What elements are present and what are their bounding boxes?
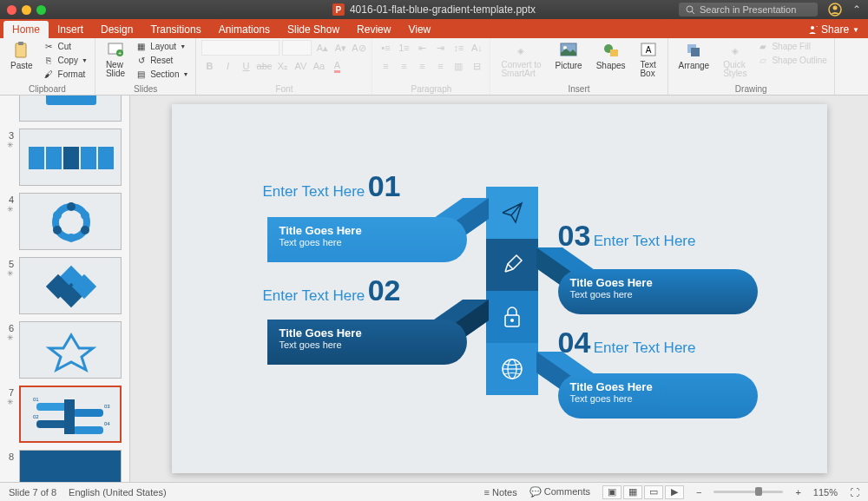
align-left-button[interactable]: ≡ — [378, 58, 393, 74]
smartart-button[interactable]: ◈Convert to SmartArt — [496, 40, 546, 80]
slide-thumb-5[interactable] — [19, 257, 122, 314]
svg-text:03: 03 — [104, 404, 110, 409]
line-spacing-button[interactable]: ↕≡ — [450, 40, 466, 56]
shape-fill-button[interactable]: ▰Shape Fill — [755, 40, 828, 53]
tab-slideshow[interactable]: Slide Show — [279, 21, 348, 38]
slide-counter: Slide 7 of 8 — [9, 487, 56, 498]
center-icon-2 — [486, 239, 538, 291]
svg-text:01: 01 — [33, 397, 39, 402]
slide-canvas[interactable]: Enter Text Here 01 Title Goes Here Text … — [130, 96, 868, 482]
shape-outline-button[interactable]: ▱Shape Outline — [755, 54, 828, 67]
columns-button[interactable]: ▥ — [450, 58, 466, 74]
zoom-level[interactable]: 115% — [813, 487, 838, 498]
ribbon: Paste ✂Cut ⎘Copy▼ 🖌Format Clipboard + Ne… — [0, 38, 868, 96]
font-size-select[interactable] — [282, 40, 312, 56]
slideshow-view-button[interactable]: ▶ — [665, 485, 684, 499]
copy-icon: ⎘ — [43, 55, 55, 66]
align-text-button[interactable]: ⊟ — [469, 58, 484, 74]
svg-text:A: A — [645, 45, 651, 55]
textbox-button[interactable]: AText Box — [635, 40, 662, 80]
slide-thumb-8[interactable] — [19, 450, 122, 482]
increase-indent-button[interactable]: ⇥ — [432, 40, 448, 56]
tab-review[interactable]: Review — [348, 21, 399, 38]
quick-styles-button[interactable]: ◈Quick Styles — [718, 40, 752, 80]
clear-format-button[interactable]: A⊘ — [351, 40, 366, 56]
new-slide-button[interactable]: + New Slide — [101, 40, 130, 80]
tab-view[interactable]: View — [399, 21, 439, 38]
tab-home[interactable]: Home — [3, 21, 49, 38]
section-button[interactable]: ▤Section▼ — [134, 68, 190, 81]
justify-button[interactable]: ≡ — [432, 58, 448, 74]
tab-design[interactable]: Design — [92, 21, 141, 38]
paste-button[interactable]: Paste — [5, 40, 38, 72]
numbering-button[interactable]: 1≡ — [396, 40, 411, 56]
underline-button[interactable]: U — [238, 58, 253, 74]
copy-button[interactable]: ⎘Copy▼ — [42, 54, 89, 67]
decrease-indent-button[interactable]: ⇤ — [414, 40, 430, 56]
share-button[interactable]: + Share ▼ — [799, 21, 868, 38]
svg-line-3 — [692, 11, 694, 14]
align-right-button[interactable]: ≡ — [414, 58, 430, 74]
slide-thumb-7[interactable]: 01020304 — [19, 386, 122, 443]
svg-text:02: 02 — [33, 414, 39, 419]
tab-transitions[interactable]: Transitions — [141, 21, 209, 38]
decrease-font-button[interactable]: A▾ — [332, 40, 348, 56]
layout-icon: ▦ — [135, 41, 147, 52]
font-family-select[interactable] — [201, 40, 279, 56]
group-insert: ◈Convert to SmartArt Picture Shapes ATex… — [490, 38, 667, 95]
user-icon[interactable] — [828, 3, 842, 16]
toolbar-chevron[interactable]: ⌃ — [852, 3, 861, 16]
increase-font-button[interactable]: A▴ — [314, 40, 330, 56]
tab-insert[interactable]: Insert — [49, 21, 92, 38]
reading-view-button[interactable]: ▭ — [644, 485, 663, 499]
sorter-view-button[interactable]: ▦ — [623, 485, 642, 499]
layout-button[interactable]: ▦Layout▼ — [134, 40, 190, 53]
svg-rect-40 — [73, 409, 103, 417]
svg-rect-23 — [46, 147, 62, 169]
svg-point-5 — [833, 6, 838, 10]
arrange-button[interactable]: Arrange — [674, 40, 715, 72]
char-spacing-button[interactable]: AV — [293, 58, 308, 74]
normal-view-button[interactable]: ▣ — [602, 485, 621, 499]
comments-button[interactable]: 💬 Comments — [529, 486, 590, 498]
maximize-button[interactable] — [36, 5, 46, 15]
tab-animations[interactable]: Animations — [210, 21, 279, 38]
shapes-button[interactable]: Shapes — [591, 40, 631, 72]
group-drawing: Arrange ◈Quick Styles ▰Shape Fill ▱Shape… — [668, 38, 835, 95]
close-button[interactable] — [7, 5, 16, 15]
reset-button[interactable]: ↺Reset — [134, 54, 190, 67]
zoom-slider[interactable] — [713, 491, 783, 493]
slide-thumbnail-panel[interactable]: ✳ 3✳ 4✳ 5✳ 6✳ 7✳01020304 8 — [0, 96, 130, 482]
language-label[interactable]: English (United States) — [69, 487, 167, 498]
slide-thumb-3[interactable] — [19, 129, 122, 186]
strike-button[interactable]: abc — [256, 58, 272, 74]
group-label-clipboard: Clipboard — [5, 84, 89, 95]
svg-rect-39 — [36, 420, 67, 428]
bold-button[interactable]: B — [201, 58, 217, 74]
outline-icon: ▱ — [757, 55, 768, 66]
fit-to-window-button[interactable]: ⛶ — [850, 487, 859, 498]
search-input[interactable]: Search in Presentation — [679, 3, 818, 16]
view-buttons: ▣ ▦ ▭ ▶ — [602, 485, 684, 499]
cut-button[interactable]: ✂Cut — [42, 40, 89, 53]
align-center-button[interactable]: ≡ — [396, 58, 411, 74]
text-direction-button[interactable]: A↓ — [469, 40, 484, 56]
slide-7[interactable]: Enter Text Here 01 Title Goes Here Text … — [172, 104, 827, 473]
item-01-header: Enter Text Here 01 — [263, 169, 401, 203]
share-icon: + — [807, 24, 818, 35]
notes-button[interactable]: ≡ Notes — [484, 487, 517, 498]
format-painter-button[interactable]: 🖌Format — [42, 68, 89, 81]
picture-button[interactable]: Picture — [550, 40, 588, 72]
subscript-button[interactable]: X₂ — [274, 58, 290, 74]
minimize-button[interactable] — [22, 5, 31, 15]
section-icon: ▤ — [135, 69, 147, 80]
font-color-button[interactable]: A — [329, 58, 345, 74]
italic-button[interactable]: I — [220, 58, 235, 74]
zoom-in-button[interactable]: + — [795, 487, 800, 498]
slide-thumb-2[interactable] — [19, 96, 122, 122]
change-case-button[interactable]: Aa — [311, 58, 326, 74]
bullets-button[interactable]: •≡ — [378, 40, 393, 56]
slide-thumb-4[interactable] — [19, 193, 122, 250]
slide-thumb-6[interactable] — [19, 321, 122, 379]
zoom-out-button[interactable]: − — [696, 487, 701, 498]
